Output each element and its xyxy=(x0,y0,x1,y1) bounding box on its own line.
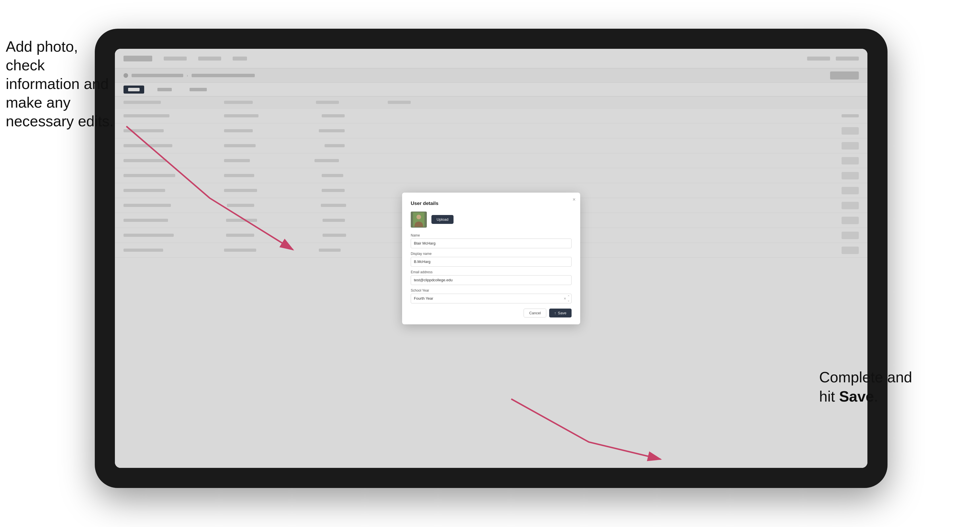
annotation-right-end: . xyxy=(874,388,878,405)
save-button-label: Save xyxy=(558,311,566,315)
name-input[interactable] xyxy=(411,238,571,248)
annotation-left: Add photo, check information and make an… xyxy=(6,37,115,130)
svg-point-1 xyxy=(417,215,421,219)
display-name-input[interactable] xyxy=(411,257,571,267)
school-year-label: School Year xyxy=(411,289,571,292)
annotation-left-text: Add photo, check information and make an… xyxy=(6,38,114,129)
save-icon: ↑ xyxy=(554,311,556,315)
email-field-group: Email address xyxy=(411,270,571,285)
display-name-label: Display name xyxy=(411,252,571,256)
tablet-screen: › xyxy=(115,49,867,468)
modal-overlay: User details × Upload xyxy=(115,49,867,468)
user-details-modal: User details × Upload xyxy=(402,193,580,324)
school-year-field-group: School Year Fourth Year × ⌃⌄ xyxy=(411,289,571,303)
name-field-group: Name xyxy=(411,233,571,248)
user-photo-thumbnail xyxy=(411,211,427,228)
display-name-field-group: Display name xyxy=(411,252,571,267)
email-input[interactable] xyxy=(411,275,571,285)
photo-row: Upload xyxy=(411,211,571,228)
upload-photo-button[interactable]: Upload xyxy=(431,215,453,224)
chevron-down-icon: ⌃⌄ xyxy=(567,295,570,302)
cancel-button[interactable]: Cancel xyxy=(523,309,546,317)
school-year-value[interactable]: Fourth Year xyxy=(411,294,571,303)
modal-footer: Cancel ↑ Save xyxy=(411,309,571,317)
school-year-select-wrapper: Fourth Year × ⌃⌄ xyxy=(411,294,571,303)
email-label: Email address xyxy=(411,270,571,274)
name-label: Name xyxy=(411,233,571,237)
modal-title: User details xyxy=(411,201,571,206)
photo-image xyxy=(413,213,425,227)
select-clear-icon[interactable]: × xyxy=(564,296,566,301)
tablet-device: › xyxy=(95,29,888,488)
select-icons: × ⌃⌄ xyxy=(564,295,570,302)
school-year-text: Fourth Year xyxy=(414,296,433,300)
modal-close-button[interactable]: × xyxy=(573,197,576,203)
save-button[interactable]: ↑ Save xyxy=(549,309,571,317)
